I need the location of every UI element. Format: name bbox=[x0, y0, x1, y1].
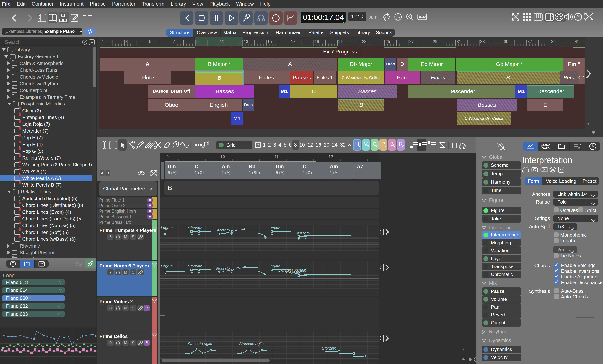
svg-text:11: 11 bbox=[274, 154, 279, 159]
svg-text:27: 27 bbox=[409, 39, 414, 44]
svg-text:31: 31 bbox=[456, 39, 461, 44]
svg-text:25: 25 bbox=[386, 39, 390, 44]
svg-text:9: 9 bbox=[197, 39, 199, 44]
svg-text:33: 33 bbox=[480, 39, 485, 44]
svg-text:10: 10 bbox=[220, 154, 225, 159]
svg-text:3: 3 bbox=[125, 39, 128, 44]
svg-text:H: H bbox=[452, 141, 457, 150]
svg-text:7: 7 bbox=[173, 39, 175, 44]
svg-text:35: 35 bbox=[504, 39, 508, 44]
svg-text:21: 21 bbox=[338, 39, 343, 44]
svg-text:29: 29 bbox=[433, 39, 437, 44]
svg-text:12: 12 bbox=[328, 154, 333, 159]
svg-text:19: 19 bbox=[315, 39, 319, 44]
svg-text:15: 15 bbox=[267, 39, 272, 44]
svg-text:37: 37 bbox=[527, 39, 532, 44]
svg-text:11: 11 bbox=[220, 39, 224, 44]
svg-text:13: 13 bbox=[244, 39, 248, 44]
svg-text:5: 5 bbox=[149, 39, 151, 44]
svg-text:1: 1 bbox=[102, 39, 104, 44]
svg-text:39: 39 bbox=[551, 39, 556, 44]
svg-text:41: 41 bbox=[575, 39, 579, 44]
svg-text:9: 9 bbox=[166, 154, 169, 159]
svg-text:17: 17 bbox=[291, 39, 295, 44]
svg-text:23: 23 bbox=[362, 39, 366, 44]
